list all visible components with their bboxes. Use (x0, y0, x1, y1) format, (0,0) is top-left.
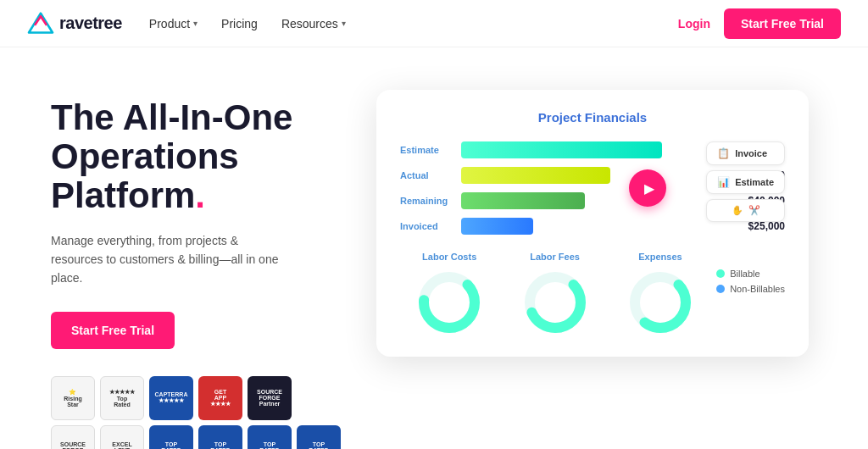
fin-bar-remaining (461, 192, 585, 209)
nav-left: ravetree Product ▾ Pricing Resources ▾ (27, 12, 346, 36)
nav-cta-button[interactable]: Start Free Trial (724, 8, 841, 39)
card-title: Project Financials (400, 110, 785, 125)
nav-product[interactable]: Product ▾ (149, 17, 198, 30)
hero-cta-button[interactable]: Start Free Trial (51, 312, 175, 349)
fin-label-remaining: Remaining (400, 196, 453, 206)
fin-bar-wrap-actual (461, 167, 719, 184)
donut-expenses (626, 269, 694, 336)
nav-resources[interactable]: Resources ▾ (281, 17, 346, 30)
badge-top-rated-4: TOPRATED (248, 425, 292, 449)
donut-svg-2 (521, 269, 589, 336)
badge-top-rated: ★★★★★TopRated (100, 376, 144, 420)
donut-group-labor-costs: Labor Costs (400, 252, 498, 336)
donut-group-labor-fees: Labor Fees (505, 252, 604, 336)
fin-label-actual: Actual (400, 170, 453, 180)
legend-billable: Billable (716, 269, 785, 279)
badge-sourceforge: SOURCEFORGEPartner (248, 376, 292, 420)
donut-labor-fees (521, 269, 589, 336)
legend-label-non-billable: Non-Billables (730, 284, 785, 294)
badges-row-2: SOURCEFORGE EXCELLENT TOPRATED TOPRATED … (51, 425, 373, 449)
hero-title: The All-In-One Operations Platform. (51, 98, 373, 216)
donut-legend: Billable Non-Billables (716, 252, 785, 294)
action-buttons: 📋 Invoice 📊 Estimate ✋ ✂️ (706, 141, 785, 222)
dashboard-card: Project Financials Estimate $125,000 Act… (376, 90, 809, 357)
donut-label-labor-fees: Labor Fees (530, 252, 580, 262)
fin-bar-wrap-invoiced (461, 218, 719, 235)
chevron-down-icon: ▾ (193, 19, 198, 28)
donut-svg-3 (626, 269, 694, 336)
fin-label-invoiced: Invoiced (400, 221, 453, 231)
logo-icon (27, 12, 54, 36)
fin-bar-actual (461, 167, 610, 184)
badge-sourceforge-2: SOURCEFORGE (51, 425, 95, 449)
financials-section: Estimate $125,000 Actual $85,000 Rem (400, 141, 785, 235)
login-button[interactable]: Login (678, 17, 710, 30)
badges-section: ⭐RisingStar ★★★★★TopRated CAPTERRA★★★★★ … (51, 376, 373, 449)
donut-label-expenses: Expenses (638, 252, 682, 262)
fin-bar-wrap-remaining (461, 192, 719, 209)
fin-bar-invoiced (461, 218, 533, 235)
logo-text: ravetree (59, 14, 122, 33)
nav-right: Login Start Free Trial (678, 8, 841, 39)
nav-pricing[interactable]: Pricing (221, 17, 258, 30)
nav-links: Product ▾ Pricing Resources ▾ (149, 17, 346, 30)
hero-section: The All-In-One Operations Platform. Mana… (0, 47, 868, 449)
hero-right: Project Financials Estimate $125,000 Act… (376, 90, 817, 357)
donut-labor-costs (415, 269, 483, 336)
hand-icon: ✋ (732, 205, 743, 216)
scissors-icon: ✂️ (748, 205, 760, 216)
estimate-icon: 📊 (717, 176, 730, 188)
badge-top-rated-5: TOPRATED (297, 425, 341, 449)
fin-value-invoiced: $25,000 (727, 220, 785, 232)
badge-capterra: CAPTERRA★★★★★ (149, 376, 193, 420)
badges-row-1: ⭐RisingStar ★★★★★TopRated CAPTERRA★★★★★ … (51, 376, 373, 420)
fin-bar-wrap-estimate (461, 141, 719, 158)
donut-label-labor-costs: Labor Costs (422, 252, 476, 262)
fin-label-estimate: Estimate (400, 145, 453, 155)
badge-excellent: EXCELLENT (100, 425, 144, 449)
badge-getapp: GETAPP★★★★ (198, 376, 242, 420)
legend-label-billable: Billable (730, 269, 760, 279)
badge-top-rated-3: TOPRATED (198, 425, 242, 449)
hero-description: Manage everything, from projects & resou… (51, 231, 288, 288)
donuts-section: Labor Costs Labor Fees (400, 252, 785, 336)
play-icon: ▶ (644, 180, 654, 197)
estimate-button[interactable]: 📊 Estimate (706, 170, 785, 194)
fin-bar-estimate (461, 141, 662, 158)
logo[interactable]: ravetree (27, 12, 122, 36)
navigation: ravetree Product ▾ Pricing Resources ▾ L… (0, 0, 868, 47)
invoice-button[interactable]: 📋 Invoice (706, 141, 785, 165)
invoice-icon: 📋 (717, 147, 730, 159)
legend-dot-billable (716, 269, 725, 278)
chevron-down-icon-2: ▾ (342, 19, 346, 28)
hero-left: The All-In-One Operations Platform. Mana… (51, 90, 373, 449)
badge-top-rated-2: TOPRATED (149, 425, 193, 449)
play-button[interactable]: ▶ (629, 169, 666, 207)
badge-rising-star: ⭐RisingStar (51, 376, 95, 420)
legend-non-billable: Non-Billables (716, 284, 785, 294)
donut-group-expenses: Expenses (611, 252, 709, 336)
legend-dot-non-billable (716, 285, 725, 293)
extra-button-1[interactable]: ✋ ✂️ (706, 199, 785, 222)
donut-svg-1 (415, 269, 483, 336)
